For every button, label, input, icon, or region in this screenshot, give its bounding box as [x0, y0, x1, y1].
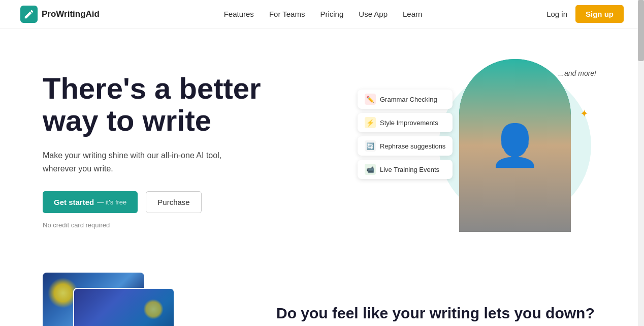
nav-features[interactable]: Features [224, 10, 254, 18]
second-section: My idea in my head Do you feel like your… [2, 262, 642, 326]
nav-learn[interactable]: Learn [403, 10, 422, 18]
get-started-button[interactable]: Get started — it's free [43, 191, 138, 213]
section-title: Do you feel like your writing lets you d… [276, 303, 601, 323]
nav-for-teams[interactable]: For Teams [269, 10, 305, 18]
brand-name: ProWritingAid [42, 9, 100, 19]
painting-front [73, 288, 175, 326]
logo-icon [20, 6, 38, 23]
person-image: 👤 [459, 59, 571, 232]
feature-card-style: ⚡ Style Improvements [358, 113, 453, 132]
feature-card-grammar: ✏️ Grammar Checking [358, 90, 453, 109]
navbar: ProWritingAid Features For Teams Pricing… [0, 0, 644, 28]
second-left: My idea in my head [43, 273, 236, 326]
hero-person-illustration: 👤 [459, 59, 571, 232]
and-more-label: ...and more! [558, 69, 596, 77]
login-link[interactable]: Log in [546, 10, 567, 18]
purchase-button[interactable]: Purchase [146, 191, 201, 213]
hero-buttons: Get started — it's free Purchase [43, 191, 261, 213]
star-decoration: ✦ [580, 107, 589, 120]
scrollbar-track[interactable] [638, 0, 644, 326]
hero-note: No credit card required [43, 221, 261, 229]
hero-subtitle: Make your writing shine with our all-in-… [43, 149, 256, 175]
painting-stack: My idea in my head [43, 273, 236, 326]
nav-links: Features For Teams Pricing Use App Learn [224, 10, 423, 19]
scrollbar-thumb[interactable] [638, 0, 644, 61]
hero-title: There's a better way to write [43, 72, 261, 137]
training-icon: 📹 [365, 164, 376, 175]
hero-right: ✏️ Grammar Checking ⚡ Style Improvements… [358, 59, 601, 242]
feature-card-training: 📹 Live Training Events [358, 160, 453, 179]
nav-use-app[interactable]: Use App [359, 10, 388, 18]
feature-cards: ✏️ Grammar Checking ⚡ Style Improvements… [358, 90, 453, 179]
rephrase-icon: 🔄 [365, 140, 376, 152]
hero-left: There's a better way to write Make your … [43, 72, 261, 229]
second-right: Do you feel like your writing lets you d… [276, 273, 601, 326]
hero-section: There's a better way to write Make your … [2, 28, 642, 262]
grammar-icon: ✏️ [365, 94, 376, 105]
nav-right: Log in Sign up [546, 5, 624, 23]
logo-link[interactable]: ProWritingAid [20, 6, 100, 23]
style-icon: ⚡ [365, 117, 376, 128]
signup-button[interactable]: Sign up [575, 5, 624, 23]
feature-card-rephrase: 🔄 Rephrase suggestions [358, 136, 453, 156]
nav-pricing[interactable]: Pricing [320, 10, 343, 18]
pencil-icon [23, 9, 35, 20]
